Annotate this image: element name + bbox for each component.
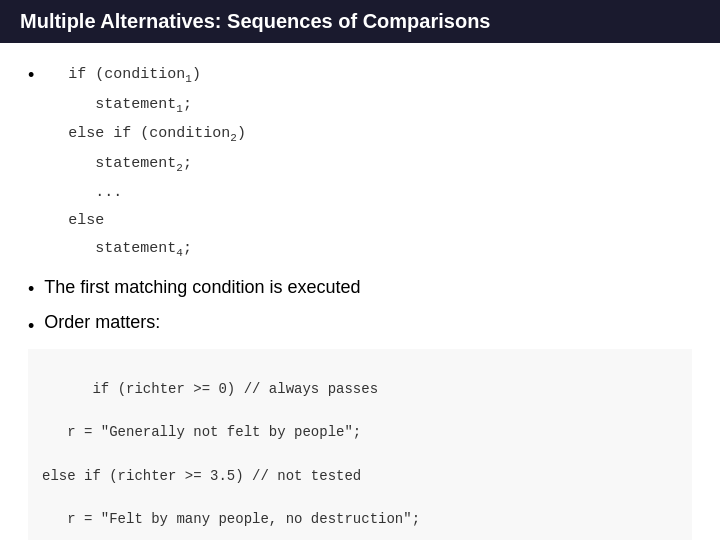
slide-content: • if (condition1) statement1; else if (c… bbox=[0, 43, 720, 540]
bullet-1-code: if (condition1) statement1; else if (con… bbox=[44, 61, 246, 265]
code-line-1-6: else bbox=[44, 207, 246, 235]
bullet-item-3: • Order matters: bbox=[28, 312, 692, 339]
bullet-2-marker: • bbox=[28, 277, 34, 302]
code-line-1-3: else if (condition2) bbox=[44, 120, 246, 150]
slide: Multiple Alternatives: Sequences of Comp… bbox=[0, 0, 720, 540]
code-line-3-3: else if (richter >= 3.5) // not tested bbox=[42, 468, 361, 484]
bullet-item-1: • if (condition1) statement1; else if (c… bbox=[28, 61, 692, 265]
code-line-3-4: r = "Felt by many people, no destruction… bbox=[42, 511, 420, 527]
bullet-item-2: • The first matching condition is execut… bbox=[28, 275, 692, 302]
bullet-1-marker: • bbox=[28, 63, 34, 88]
bullet-3-content: Order matters: bbox=[44, 312, 160, 333]
code-line-1-5: ... bbox=[44, 179, 246, 207]
code-line-1-7: statement4; bbox=[44, 235, 246, 265]
code-line-3-2: r = "Generally not felt by people"; bbox=[42, 424, 361, 440]
slide-title: Multiple Alternatives: Sequences of Comp… bbox=[20, 10, 490, 32]
slide-header: Multiple Alternatives: Sequences of Comp… bbox=[0, 0, 720, 43]
bullet-3-label: Order matters: bbox=[44, 312, 160, 332]
bullet-3-marker: • bbox=[28, 314, 34, 339]
code-line-1-4: statement2; bbox=[44, 150, 246, 180]
code-line-1-1: if (condition1) bbox=[44, 61, 246, 91]
code-line-1-2: statement1; bbox=[44, 91, 246, 121]
code-line-3-1: if (richter >= 0) // always passes bbox=[92, 381, 378, 397]
bullet-2-text: The first matching condition is executed bbox=[44, 275, 360, 300]
order-matters-code: if (richter >= 0) // always passes r = "… bbox=[28, 349, 692, 540]
